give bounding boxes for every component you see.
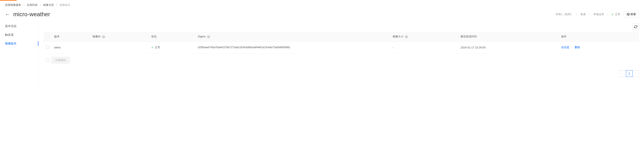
table-row: latest ✓ 正常 d2f5baed745a7fad4c570b7273a0… xyxy=(44,42,639,54)
refresh-icon xyxy=(634,25,637,29)
column-status: 状态 xyxy=(149,32,195,42)
sidebar-item-triggers[interactable]: 触发器 xyxy=(5,31,38,39)
page-title: micro-weather xyxy=(13,11,556,18)
row-checkbox[interactable] xyxy=(46,46,49,49)
select-all-checkbox[interactable] xyxy=(46,35,49,38)
versions-table: 版本 镜像ID ? 状态 Digest ? 镜像大小 ? xyxy=(44,32,639,54)
region-label: 华东1（杭州） xyxy=(556,13,573,16)
breadcrumb-link[interactable]: 镜像仓库 xyxy=(43,3,54,7)
breadcrumb-current: 镜像版本 xyxy=(60,3,70,7)
batch-delete-button[interactable]: 批量删除 xyxy=(52,57,70,64)
check-icon: ✓ xyxy=(612,13,614,16)
digest-cell: d2f5baed745a7fad4c570b7273a0c2b3e3d89ca8… xyxy=(196,42,390,54)
next-page-button[interactable] xyxy=(632,70,639,77)
help-icon[interactable]: ? xyxy=(405,35,408,38)
help-icon[interactable]: ? xyxy=(102,35,105,38)
column-size: 镜像大小 ? xyxy=(390,32,458,42)
status-cell: ✓ 正常 xyxy=(149,42,195,54)
sidebar-item-versions[interactable]: 镜像版本 xyxy=(5,39,38,48)
sidebar: 基本信息 触发器 镜像版本 xyxy=(5,22,38,84)
pagination: 1 xyxy=(44,67,639,80)
column-image-id: 镜像ID ? xyxy=(90,32,149,42)
column-digest: Digest ? xyxy=(196,32,390,42)
help-icon[interactable]: ? xyxy=(207,35,210,38)
layer-info-link[interactable]: 层信息 xyxy=(561,46,569,49)
prev-page-button[interactable] xyxy=(620,70,626,77)
sidebar-item-basic-info[interactable]: 基本信息 xyxy=(5,22,38,31)
deploy-button[interactable]: 部署 xyxy=(624,11,639,18)
page-number-button[interactable]: 1 xyxy=(626,70,632,77)
cube-icon xyxy=(627,13,630,16)
repo-type-label: 本地仓库 xyxy=(593,13,604,16)
chevron-left-icon xyxy=(622,72,624,75)
breadcrumb: 容器镜像服务 / 实例列表 / 镜像仓库 / 镜像版本 xyxy=(0,1,644,9)
size-cell: - xyxy=(390,42,458,54)
column-action: 操作 xyxy=(559,32,639,42)
column-push-time: 最近推送时间 xyxy=(458,32,559,42)
back-arrow-icon[interactable]: ← xyxy=(5,12,10,17)
push-time-cell: 2024-01-17 15:29:00 xyxy=(458,42,559,54)
image-id-cell xyxy=(90,42,149,54)
visibility-label: 私有 xyxy=(580,13,586,16)
delete-link[interactable]: 删除 xyxy=(575,46,580,49)
action-cell: 层信息 | 删除 xyxy=(559,42,639,54)
footer-checkbox[interactable] xyxy=(46,59,49,62)
refresh-button[interactable] xyxy=(632,24,639,30)
breadcrumb-link[interactable]: 容器镜像服务 xyxy=(5,3,21,7)
check-icon: ✓ xyxy=(151,46,154,49)
column-version: 版本 xyxy=(52,32,90,42)
status-badge: ✓ 正常 xyxy=(612,13,620,16)
chevron-right-icon xyxy=(634,72,637,75)
version-cell: latest xyxy=(52,42,90,54)
breadcrumb-link[interactable]: 实例列表 xyxy=(27,3,38,7)
